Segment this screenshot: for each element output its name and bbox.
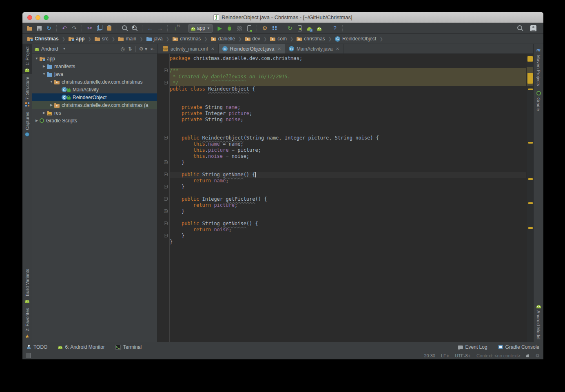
lock-icon[interactable] bbox=[526, 355, 529, 357]
line-ending-selector[interactable]: LF⇕ bbox=[441, 353, 449, 358]
search-everywhere-button[interactable] bbox=[516, 24, 525, 32]
tree-item-gradle-scripts[interactable]: ▶Gradle Scripts bbox=[32, 117, 157, 124]
fold-end-icon[interactable]: ˄ bbox=[164, 209, 168, 213]
locate-icon[interactable]: ◎ bbox=[120, 46, 124, 52]
warning-mark[interactable] bbox=[527, 73, 533, 84]
breadcrumb-item[interactable]: app bbox=[68, 36, 85, 42]
tree-item-christmas[interactable]: ▼christmas.danielle.dev.com.christmas bbox=[32, 78, 157, 86]
caret-position[interactable]: 20:30 bbox=[424, 353, 435, 358]
fold-start-icon[interactable]: − bbox=[164, 173, 168, 176]
run-button[interactable]: ▶ bbox=[215, 24, 224, 32]
breadcrumb-item[interactable]: main bbox=[117, 36, 137, 42]
code-line[interactable] bbox=[170, 98, 526, 104]
chevron-right-icon[interactable]: ▶ bbox=[49, 103, 54, 107]
help-button[interactable]: ? bbox=[330, 24, 339, 32]
chevron-down-icon[interactable]: ▼ bbox=[49, 80, 54, 84]
warning-mark[interactable] bbox=[528, 202, 533, 204]
breadcrumb-item[interactable]: CReindeerObject bbox=[334, 36, 377, 42]
tree-item-app[interactable]: ▼app bbox=[32, 55, 157, 62]
tool-window-button-terminal[interactable]: Terminal bbox=[115, 344, 142, 350]
settings-wrench-button[interactable]: ⚙ bbox=[260, 24, 269, 32]
fold-end-icon[interactable]: ˄ bbox=[164, 185, 168, 188]
code-line[interactable]: * Created by daniellevass on 16/12/2015. bbox=[170, 74, 526, 80]
error-stripe[interactable] bbox=[527, 54, 533, 342]
code-line[interactable]: } bbox=[170, 233, 526, 239]
sdk-manager-button[interactable] bbox=[305, 24, 314, 32]
chevron-right-icon[interactable]: ▶ bbox=[34, 119, 40, 122]
close-icon[interactable]: ✕ bbox=[211, 47, 214, 51]
avd-manager-button[interactable] bbox=[295, 24, 304, 32]
tool-window-button-maven-projects[interactable]: mMaven Projects bbox=[534, 44, 543, 89]
collapse-all-icon[interactable]: ⇅ bbox=[128, 46, 132, 52]
code-line[interactable]: private String name; bbox=[170, 104, 526, 111]
warning-mark[interactable] bbox=[527, 56, 533, 62]
back-button[interactable]: ← bbox=[146, 24, 155, 32]
code-line[interactable]: this.picture = picture; bbox=[170, 147, 526, 153]
tab-ReindeerObject-java[interactable]: CReindeerObject.java✕ bbox=[219, 44, 285, 53]
vcs-update-button[interactable]: ↓ bbox=[171, 24, 180, 32]
forward-button[interactable]: → bbox=[155, 24, 164, 32]
tool-window-button-7-structure[interactable]: 7: Structure bbox=[22, 74, 32, 109]
tree-item-mainactivity[interactable]: CMainActivity bbox=[32, 86, 157, 93]
find-button[interactable] bbox=[120, 24, 129, 32]
fold-start-icon[interactable]: − bbox=[164, 136, 168, 140]
chevron-down-icon[interactable]: ▼ bbox=[34, 57, 40, 60]
code-line[interactable]: /** bbox=[170, 68, 526, 74]
code-line[interactable] bbox=[170, 92, 526, 98]
close-window-button[interactable] bbox=[27, 15, 32, 20]
code-line[interactable]: } bbox=[170, 239, 526, 245]
copy-button[interactable] bbox=[95, 24, 104, 32]
tree-item-christmas[interactable]: ▶christmas.danielle.dev.com.christmas (a bbox=[32, 101, 157, 109]
code-line[interactable]: package christmas.danielle.dev.com.chris… bbox=[170, 55, 526, 62]
code-line[interactable]: private Integer picture; bbox=[170, 111, 526, 117]
code-line[interactable]: public ReindeerObject(String name, Integ… bbox=[170, 135, 526, 141]
fold-start-icon[interactable]: − bbox=[164, 197, 168, 201]
project-view-selector[interactable]: Android bbox=[41, 46, 58, 52]
warning-mark[interactable] bbox=[528, 178, 533, 180]
fold-end-icon[interactable]: ˄ bbox=[164, 81, 168, 84]
code-line[interactable]: } bbox=[170, 159, 526, 166]
fold-start-icon[interactable]: − bbox=[164, 69, 168, 72]
code-line[interactable]: public Integer getPicture() { bbox=[170, 196, 526, 202]
code-line[interactable]: this.noise = noise; bbox=[170, 153, 526, 159]
coverage-button[interactable] bbox=[235, 24, 244, 32]
gradle-sync-button[interactable]: ↻ bbox=[286, 24, 295, 32]
code-line[interactable]: public String getName() { bbox=[170, 172, 526, 178]
code-line[interactable] bbox=[170, 62, 526, 68]
tool-window-button-6-android-monitor[interactable]: 6: Android Monitor bbox=[58, 344, 104, 350]
undo-button[interactable]: ↶ bbox=[60, 24, 69, 32]
open-button[interactable] bbox=[25, 24, 34, 32]
chevron-right-icon[interactable]: ▶ bbox=[41, 64, 47, 68]
breadcrumb-item[interactable]: dev bbox=[244, 36, 261, 42]
fold-end-icon[interactable]: ˄ bbox=[164, 160, 168, 164]
code-line[interactable]: */ bbox=[170, 80, 526, 86]
run-configuration-selector[interactable]: app▼ bbox=[188, 24, 213, 33]
warning-mark[interactable] bbox=[528, 227, 533, 229]
close-icon[interactable]: ✕ bbox=[277, 47, 281, 51]
breadcrumb-item[interactable]: java bbox=[146, 36, 164, 42]
code-line[interactable] bbox=[170, 123, 526, 129]
tree-item-reindeerobject[interactable]: CReindeerObject bbox=[32, 93, 157, 101]
code-line[interactable]: } bbox=[170, 208, 526, 215]
code-line[interactable]: private String noise; bbox=[170, 117, 526, 123]
code-line[interactable]: } bbox=[170, 184, 526, 190]
breadcrumb-item[interactable]: Christmas bbox=[27, 36, 60, 42]
tool-window-button-build-variants[interactable]: Build Variants bbox=[22, 266, 32, 305]
redo-button[interactable]: ↷ bbox=[70, 24, 79, 32]
save-button[interactable] bbox=[35, 24, 44, 32]
code-line[interactable]: return name; bbox=[170, 178, 526, 184]
tool-window-button-event-log[interactable]: Event Log bbox=[458, 344, 487, 350]
zoom-window-button[interactable] bbox=[44, 15, 49, 20]
tool-window-button-captures[interactable]: Captures bbox=[22, 109, 32, 139]
code-line[interactable]: public class ReindeerObject { bbox=[170, 86, 526, 92]
paste-button[interactable] bbox=[105, 24, 114, 32]
project-structure-button[interactable] bbox=[270, 24, 279, 32]
breadcrumb-item[interactable]: com bbox=[269, 36, 288, 42]
tab-activity_main-xml[interactable]: activity_main.xml✕ bbox=[159, 44, 219, 53]
tool-window-button-gradle-console[interactable]: Gradle Console bbox=[498, 344, 539, 350]
tree-item-manifests[interactable]: ▶manifests bbox=[32, 62, 157, 70]
warning-mark[interactable] bbox=[528, 142, 533, 144]
tool-window-button-android-model[interactable]: Android Model bbox=[534, 301, 543, 342]
code-line[interactable]: return noise; bbox=[170, 227, 526, 233]
code-line[interactable]: return picture; bbox=[170, 202, 526, 208]
